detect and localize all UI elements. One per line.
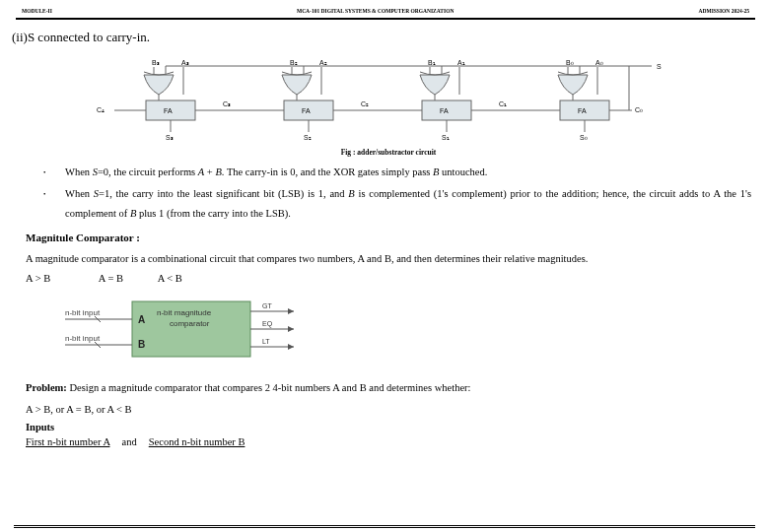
svg-text:A: A <box>138 314 145 325</box>
svg-text:FA: FA <box>164 107 173 114</box>
svg-text:C₄: C₄ <box>97 106 105 113</box>
rel-agtb: A > B <box>26 273 50 284</box>
svg-marker-72 <box>288 308 294 314</box>
bullet-list: When S=0, the circuit performs A + B. Th… <box>34 163 751 224</box>
label-s: S <box>657 63 662 70</box>
svg-text:FA: FA <box>578 107 587 114</box>
svg-text:C₂: C₂ <box>361 100 369 107</box>
relation-row: A > B A = B A < B <box>26 273 751 284</box>
svg-text:C₁: C₁ <box>499 100 507 107</box>
page-header: MODULE-II MCA-101 DIGITAL SYSTEMS & COMP… <box>16 4 755 20</box>
comparator-block-diagram: n-bit magnitude comparator A B n-bit inp… <box>26 294 321 368</box>
comparator-description: A magnitude comparator is a combinationa… <box>26 249 751 269</box>
problem-line2: A > B, or A = B, or A < B <box>26 400 751 420</box>
svg-text:B₃: B₃ <box>152 59 160 66</box>
svg-text:EQ: EQ <box>262 320 273 328</box>
svg-text:B₂: B₂ <box>290 59 298 66</box>
header-center: MCA-101 DIGITAL SYSTEMS & COMPUTER ORGAN… <box>297 8 454 14</box>
svg-text:LT: LT <box>262 338 270 345</box>
svg-text:A₀: A₀ <box>595 59 603 66</box>
inputs-first: First n-bit number A <box>26 436 109 447</box>
svg-text:B: B <box>138 339 145 350</box>
svg-text:n-bit magnitude: n-bit magnitude <box>157 308 212 317</box>
svg-text:FA: FA <box>440 107 449 114</box>
svg-text:S₀: S₀ <box>580 134 588 141</box>
figure-caption: Fig : adder/substractor circuit <box>26 148 751 157</box>
rel-altb: A < B <box>158 273 182 284</box>
svg-text:A₃: A₃ <box>181 59 189 66</box>
stage-1: B₁ A₁ FA C₁ S₁ <box>400 59 580 141</box>
svg-text:C₃: C₃ <box>223 100 231 107</box>
svg-text:n-bit input: n-bit input <box>65 334 101 343</box>
problem-statement: Problem: Design a magnitude comparator t… <box>26 378 751 398</box>
inputs-line: First n-bit number A and Second n-bit nu… <box>26 436 751 447</box>
svg-text:S₃: S₃ <box>166 134 174 141</box>
rel-aeqb: A = B <box>99 273 123 284</box>
svg-text:S₁: S₁ <box>442 134 450 141</box>
svg-text:FA: FA <box>302 107 311 114</box>
stage-0: B₀ A₀ FA C₀ S₀ <box>538 59 643 141</box>
svg-text:A₂: A₂ <box>319 59 327 66</box>
svg-marker-78 <box>288 344 294 350</box>
svg-text:n-bit input: n-bit input <box>65 308 101 317</box>
header-left: MODULE-II <box>22 8 52 14</box>
stage-3: B₃ A₃ FA C₃ C₄ S₃ <box>97 59 304 141</box>
stage-2: B₂ A₂ FA C₂ S₂ <box>262 59 442 141</box>
svg-text:A₁: A₁ <box>457 59 465 66</box>
svg-text:B₁: B₁ <box>428 59 436 66</box>
inputs-second: Second n-bit number B <box>149 436 245 447</box>
bullet-item: When S=1, the carry into the least signi… <box>34 184 751 224</box>
inputs-heading: Inputs <box>26 422 751 432</box>
svg-text:S₂: S₂ <box>304 134 312 141</box>
svg-text:GT: GT <box>262 302 272 309</box>
header-right: ADMISSION 2024-25 <box>699 8 750 14</box>
svg-text:B₀: B₀ <box>566 59 574 66</box>
comparator-heading: Magnitule Comparator : <box>26 232 751 243</box>
bullet-item: When S=0, the circuit performs A + B. Th… <box>34 163 751 182</box>
subsection-title: (ii)S connected to carry-in. <box>12 30 751 45</box>
inputs-and: and <box>112 436 146 447</box>
problem-label: Problem: <box>26 382 67 393</box>
adder-subtractor-diagram: S B₀ A₀ FA C₀ S₀ <box>75 55 666 142</box>
svg-marker-75 <box>288 326 294 332</box>
svg-text:C₀: C₀ <box>635 106 643 113</box>
footer-rule <box>14 525 755 528</box>
svg-text:comparator: comparator <box>170 319 210 328</box>
